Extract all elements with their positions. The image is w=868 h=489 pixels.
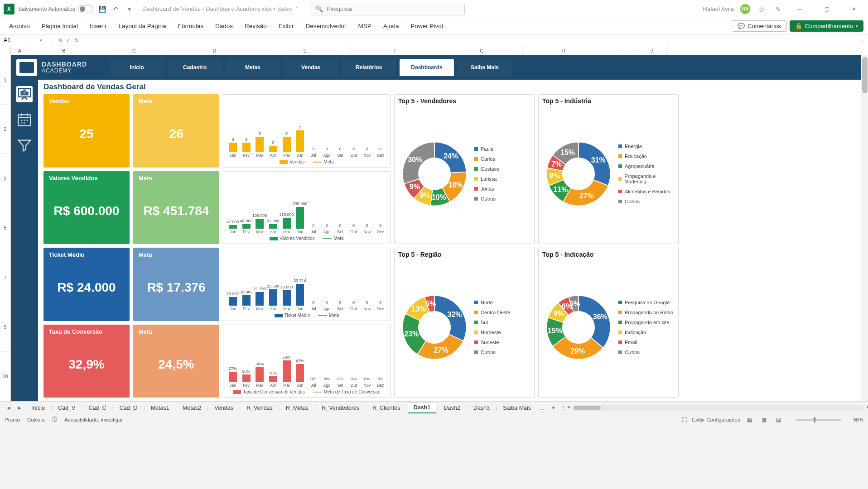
sheet-tab-r_clientes[interactable]: R_Clientes: [366, 403, 406, 413]
view-page-layout-icon[interactable]: ▥: [759, 416, 769, 424]
dashboard-tab-saiba-mais[interactable]: Saiba Mais: [458, 59, 512, 76]
ribbon-tab-layout-da-página[interactable]: Layout da Página: [114, 20, 171, 32]
kpi-meta-label: Meta: [139, 251, 214, 258]
sheet-tab-metas2[interactable]: Metas2: [177, 403, 207, 413]
sheet-tab-dash3[interactable]: Dash3: [468, 403, 496, 413]
zoom-in-button[interactable]: +: [845, 417, 849, 422]
select-all-corner[interactable]: [0, 46, 11, 55]
ribbon-tab-desenvolvedor[interactable]: Desenvolvedor: [301, 20, 351, 32]
confirm-icon[interactable]: ✓: [66, 37, 71, 43]
sidebar-presentation-icon[interactable]: [16, 86, 33, 102]
autosave-toggle[interactable]: [78, 5, 93, 13]
user-name[interactable]: Rafael Avila: [703, 5, 734, 12]
column-header[interactable]: E: [260, 46, 351, 55]
save-icon[interactable]: 💾: [97, 4, 107, 14]
dashboard-tab-relatórios[interactable]: Relatórios: [342, 59, 396, 76]
status-accessibility[interactable]: Acessibilidade: investigar: [64, 417, 123, 422]
sheet-tab-r_vendas[interactable]: R_Vendas: [241, 403, 279, 413]
row-header[interactable]: 7: [0, 253, 10, 302]
sidebar-calendar-icon[interactable]: [16, 111, 33, 128]
sheet-tab-vendas[interactable]: Vendas: [208, 403, 239, 413]
tab-options-icon[interactable]: ⋮: [560, 404, 566, 411]
ribbon-tab-msp[interactable]: MSP: [354, 20, 376, 32]
sheet-tab-saiba mais[interactable]: Saiba Mais: [497, 403, 537, 413]
sheet-tab-dash2[interactable]: Dash2: [438, 403, 466, 413]
zoom-out-button[interactable]: −: [788, 417, 791, 422]
comments-button[interactable]: 💬Comentários: [732, 20, 787, 32]
row-header[interactable]: 3: [0, 154, 10, 203]
bar-label: 47%: [296, 359, 304, 363]
sidebar-filter-icon[interactable]: [16, 137, 33, 153]
minimize-button[interactable]: —: [789, 3, 810, 15]
column-header[interactable]: B: [29, 46, 99, 55]
search-box[interactable]: 🔍 Pesquisar: [311, 3, 465, 15]
diamond-icon[interactable]: ◇: [757, 4, 767, 14]
sheet-tab-r_metas[interactable]: R_Metas: [280, 403, 314, 413]
view-page-break-icon[interactable]: ▤: [774, 416, 784, 424]
sheet-tab-metas1[interactable]: Metas1: [145, 403, 175, 413]
name-box[interactable]: A1: [0, 34, 45, 46]
accessibility-icon[interactable]: ⓘ: [52, 416, 57, 423]
dashboard-tab-cadastro[interactable]: Cadastro: [168, 59, 222, 76]
ribbon-tab-dados[interactable]: Dados: [211, 20, 237, 32]
row-header[interactable]: 5: [0, 203, 10, 253]
user-avatar[interactable]: RA: [740, 4, 750, 14]
filename[interactable]: Dashboard de Vendas - Dashboard Academy.…: [142, 5, 292, 12]
status-display[interactable]: Exibir Configurações: [692, 417, 740, 422]
column-header[interactable]: H: [523, 46, 604, 55]
tab-more-icon[interactable]: …: [540, 405, 546, 411]
row-header[interactable]: 10: [0, 352, 10, 401]
hscroll-right-icon[interactable]: ►: [866, 404, 868, 409]
new-sheet-button[interactable]: +: [547, 405, 559, 411]
coming-soon-icon[interactable]: ✎: [773, 4, 783, 14]
dashboard-tab-metas[interactable]: Metas: [226, 59, 280, 76]
column-header[interactable]: C: [99, 46, 169, 55]
formula-input[interactable]: [82, 34, 857, 46]
column-header[interactable]: G: [441, 46, 523, 55]
row-header[interactable]: 9: [0, 302, 10, 352]
sheet-tab-cad_c[interactable]: Cad_C: [83, 403, 112, 413]
column-header[interactable]: J: [636, 46, 668, 55]
sheet-tab-cad_v[interactable]: Cad_V: [52, 403, 81, 413]
column-header[interactable]: D: [169, 46, 260, 55]
tab-nav-next-icon[interactable]: ►: [14, 405, 24, 411]
maximize-button[interactable]: ▢: [816, 3, 837, 15]
vertical-scrollbar[interactable]: [861, 55, 868, 401]
ribbon-tab-página-inicial[interactable]: Página Inicial: [37, 20, 82, 32]
horizontal-scrollbar[interactable]: ◄ ►: [573, 405, 864, 411]
row-header[interactable]: 2: [0, 105, 10, 154]
filename-dropdown-icon[interactable]: ˅: [295, 6, 298, 12]
undo-icon[interactable]: ↶: [111, 4, 121, 14]
tab-nav-prev-icon[interactable]: ◄: [4, 405, 14, 411]
ribbon-tab-inserir[interactable]: Inserir: [85, 20, 111, 32]
dashboard-tab-dashboards[interactable]: Dashboards: [400, 59, 454, 76]
close-button[interactable]: ✕: [844, 3, 864, 15]
sheet-tab-dash1[interactable]: Dash1: [408, 402, 437, 413]
ribbon-tab-exibir[interactable]: Exibir: [274, 20, 299, 32]
customize-qat-icon[interactable]: ▾: [124, 4, 134, 14]
column-header[interactable]: A: [11, 46, 29, 55]
ribbon-tab-revisão[interactable]: Revisão: [240, 20, 271, 32]
sheet-tab-cad_o[interactable]: Cad_O: [114, 403, 144, 413]
dashboard-tab-vendas[interactable]: Vendas: [284, 59, 338, 76]
sheet-tab-início[interactable]: Início: [25, 403, 51, 413]
zoom-level[interactable]: 90%: [853, 417, 863, 422]
column-header[interactable]: I: [604, 46, 636, 55]
fx-icon[interactable]: fx: [74, 37, 78, 43]
ribbon-tab-ajuda[interactable]: Ajuda: [379, 20, 404, 32]
dashboard-tab-início[interactable]: Início: [110, 59, 164, 76]
ribbon-tab-power-pivot[interactable]: Power Pivot: [406, 20, 448, 32]
column-header[interactable]: F: [351, 46, 441, 55]
sheet-tab-r_vendedores[interactable]: R_Vendedores: [316, 403, 365, 413]
mini-chart: 3Jan3Fev5Mar2Abr5Mai7Jun0Jul0Ago0Set0Out…: [227, 97, 386, 158]
zoom-slider[interactable]: [796, 419, 841, 421]
row-header[interactable]: 1: [0, 55, 10, 105]
display-settings-icon[interactable]: ⛶: [682, 417, 687, 422]
formula-expand-icon[interactable]: ⌄: [857, 38, 868, 43]
cancel-icon[interactable]: ✕: [58, 37, 63, 43]
hscroll-left-icon[interactable]: ◄: [566, 404, 571, 409]
ribbon-tab-arquivo[interactable]: Arquivo: [5, 20, 34, 32]
ribbon-tab-fórmulas[interactable]: Fórmulas: [174, 20, 208, 32]
share-button[interactable]: 🔒Compartilhamento▾: [790, 20, 863, 32]
view-normal-icon[interactable]: ▦: [745, 416, 755, 424]
